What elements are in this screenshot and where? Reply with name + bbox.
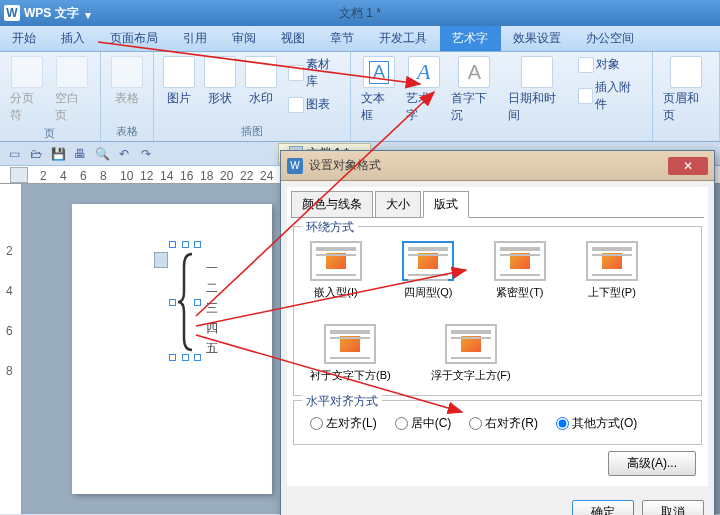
tab-颜色与线条[interactable]: 颜色与线条 (291, 191, 373, 218)
handle-se[interactable] (194, 354, 201, 361)
handle-nw[interactable] (169, 241, 176, 248)
vertical-ruler: 2468 (0, 184, 22, 514)
ribbon-页眉和页[interactable]: 页眉和页 (659, 54, 714, 126)
ribbon-图片[interactable]: 图片 (160, 54, 199, 109)
align-options: 左对齐(L) 居中(C) 右对齐(R) 其他方式(O) (302, 411, 693, 436)
handle-n[interactable] (182, 241, 189, 248)
title-dropdown-icon[interactable]: ▾ (85, 8, 95, 18)
format-object-dialog: W 设置对象格式 ✕ 颜色与线条大小版式 环绕方式 嵌入型(I)四周型(Q)紧密… (280, 150, 715, 515)
align-0[interactable]: 左对齐(L) (310, 415, 377, 432)
dialog-title: 设置对象格式 (309, 157, 668, 174)
ok-button[interactable]: 确定 (572, 500, 634, 515)
dialog-footer: 确定 取消 (281, 492, 714, 515)
wrap-opt-2[interactable]: 紧密型(T) (494, 241, 546, 300)
menu-bar: 开始插入页面布局引用审阅视图章节开发工具艺术字效果设置办公空间 (0, 26, 720, 52)
menu-页面布局[interactable]: 页面布局 (98, 26, 171, 51)
wrap-opt-4[interactable]: 衬于文字下方(B) (310, 324, 391, 383)
ribbon-水印[interactable]: 水印 (242, 54, 281, 109)
ribbon-空白页[interactable]: 空白页 (51, 54, 94, 126)
dialog-tabs: 颜色与线条大小版式 (291, 191, 704, 218)
tab-版式[interactable]: 版式 (423, 191, 469, 218)
dialog-logo-icon: W (287, 158, 303, 174)
title-bar: W WPS 文字 ▾ 文档 1 * (0, 0, 720, 26)
wrap-opt-0[interactable]: 嵌入型(I) (310, 241, 362, 300)
ribbon-插入附件[interactable]: 插入附件 (574, 77, 646, 115)
wrap-opt-1[interactable]: 四周型(Q) (402, 241, 454, 300)
tab-大小[interactable]: 大小 (375, 191, 421, 218)
bracket-object[interactable]: 一二三四五 (172, 244, 272, 364)
app-name: WPS 文字 (24, 5, 79, 22)
align-3[interactable]: 其他方式(O) (556, 415, 637, 432)
ruler-corner (10, 167, 28, 183)
qat-save-icon[interactable]: 💾 (48, 144, 68, 164)
wrap-opt-3[interactable]: 上下型(P) (586, 241, 638, 300)
qat-open-icon[interactable]: 🗁 (26, 144, 46, 164)
align-fieldset: 水平对齐方式 左对齐(L) 居中(C) 右对齐(R) 其他方式(O) (293, 400, 702, 445)
wrap-options: 嵌入型(I)四周型(Q)紧密型(T)上下型(P)衬于文字下方(B)浮于文字上方(… (302, 237, 693, 387)
handle-sw[interactable] (169, 354, 176, 361)
menu-开发工具[interactable]: 开发工具 (367, 26, 440, 51)
ribbon-日期和时间[interactable]: 日期和时间 (504, 54, 570, 126)
qat-undo-icon[interactable]: ↶ (114, 144, 134, 164)
advanced-row: 高级(A)... (291, 449, 704, 482)
ribbon-形状[interactable]: 形状 (201, 54, 240, 109)
doc-title: 文档 1 * (339, 5, 381, 22)
bracket-shape (178, 252, 198, 352)
qat-new-icon[interactable]: ▭ (4, 144, 24, 164)
ribbon-文本框[interactable]: A文本框 (357, 54, 400, 126)
dialog-close-button[interactable]: ✕ (668, 157, 708, 175)
page-stub-icon (154, 252, 168, 268)
qat-preview-icon[interactable]: 🔍 (92, 144, 112, 164)
dialog-titlebar[interactable]: W 设置对象格式 ✕ (281, 151, 714, 181)
menu-引用[interactable]: 引用 (171, 26, 220, 51)
handle-ne[interactable] (194, 241, 201, 248)
ribbon-艺术字[interactable]: A艺术字 (402, 54, 445, 126)
ribbon-分页符[interactable]: 分页符 (6, 54, 49, 126)
page: 一二三四五 (72, 204, 272, 494)
menu-艺术字[interactable]: 艺术字 (440, 26, 501, 51)
align-2[interactable]: 右对齐(R) (469, 415, 538, 432)
bracket-text: 一二三四五 (206, 258, 218, 358)
qat-redo-icon[interactable]: ↷ (136, 144, 156, 164)
handle-s[interactable] (182, 354, 189, 361)
align-1[interactable]: 居中(C) (395, 415, 452, 432)
ribbon-首字下沉[interactable]: A首字下沉 (447, 54, 502, 126)
ribbon-素材库[interactable]: 素材库 (284, 54, 344, 92)
menu-效果设置[interactable]: 效果设置 (501, 26, 574, 51)
dialog-body: 颜色与线条大小版式 环绕方式 嵌入型(I)四周型(Q)紧密型(T)上下型(P)衬… (287, 187, 708, 486)
wrap-opt-5[interactable]: 浮于文字上方(F) (431, 324, 511, 383)
qat-print-icon[interactable]: 🖶 (70, 144, 90, 164)
menu-章节[interactable]: 章节 (318, 26, 367, 51)
menu-视图[interactable]: 视图 (269, 26, 318, 51)
wrap-legend: 环绕方式 (302, 219, 358, 236)
menu-开始[interactable]: 开始 (0, 26, 49, 51)
ribbon-对象[interactable]: 对象 (574, 54, 646, 75)
ribbon-表格[interactable]: 表格 (107, 54, 147, 109)
advanced-button[interactable]: 高级(A)... (608, 451, 696, 476)
menu-审阅[interactable]: 审阅 (220, 26, 269, 51)
menu-插入[interactable]: 插入 (49, 26, 98, 51)
menu-办公空间[interactable]: 办公空间 (574, 26, 647, 51)
ribbon: 分页符空白页页表格表格图片形状水印素材库图表插图A文本框A艺术字A首字下沉日期和… (0, 52, 720, 142)
align-legend: 水平对齐方式 (302, 393, 382, 410)
app-logo: W (4, 5, 20, 21)
wrap-fieldset: 环绕方式 嵌入型(I)四周型(Q)紧密型(T)上下型(P)衬于文字下方(B)浮于… (293, 226, 702, 396)
handle-w[interactable] (169, 299, 176, 306)
ribbon-图表[interactable]: 图表 (284, 94, 344, 115)
cancel-button[interactable]: 取消 (642, 500, 704, 515)
